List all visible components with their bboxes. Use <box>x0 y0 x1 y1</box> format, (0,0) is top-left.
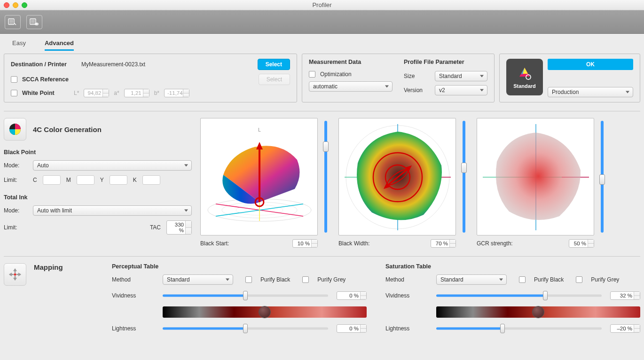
svg-text:L: L <box>258 127 261 133</box>
optimization-checkbox[interactable] <box>309 71 315 78</box>
optimization-label: Optimization <box>320 71 352 78</box>
y-label: Y <box>100 177 104 183</box>
gcr-slider[interactable] <box>598 118 606 235</box>
black-start-preview: L <box>200 118 318 235</box>
ok-button[interactable]: OK <box>548 59 633 70</box>
scca-checkbox[interactable] <box>11 76 17 83</box>
L-input[interactable]: 94,82 <box>84 89 109 97</box>
s-method-label: Method <box>385 276 428 283</box>
black-start-input[interactable]: 10 % <box>292 239 318 248</box>
b-label: b* <box>154 90 159 96</box>
perceptual-heading: Perceptual Table <box>112 263 367 270</box>
black-width-input[interactable]: 70 % <box>431 239 456 248</box>
saturation-heading: Saturation Table <box>385 263 640 270</box>
total-mode-label: Mode: <box>4 207 27 214</box>
total-limit-label: Limit: <box>4 224 27 231</box>
scca-select-button[interactable]: Select <box>259 74 290 85</box>
p-method-select[interactable]: Standard <box>163 274 233 285</box>
toolbar-edit-icon[interactable] <box>5 15 21 29</box>
s-purify-grey-checkbox[interactable] <box>576 276 582 283</box>
white-point-checkbox[interactable] <box>11 90 17 96</box>
tab-easy[interactable]: Easy <box>12 39 26 51</box>
p-hue-gradient[interactable] <box>163 306 367 318</box>
s-purify-black-label: Purify Black <box>534 276 564 283</box>
mapping-title: Mapping <box>34 263 63 271</box>
svg-point-38 <box>14 274 16 276</box>
window-title: Profiler <box>0 1 644 8</box>
s-vividness-label: Vividness <box>385 292 428 299</box>
b-input[interactable]: -11,74 <box>164 89 189 97</box>
perceptual-table: Perceptual Table Method Standard Purify … <box>112 263 367 333</box>
total-mode-select[interactable]: Auto with limit <box>33 205 192 216</box>
m-input[interactable] <box>77 175 94 185</box>
s-hue-gradient[interactable] <box>436 306 640 318</box>
profile-panel: Standard OK Production <box>499 54 640 102</box>
m-label: M <box>66 177 71 183</box>
black-width-slider[interactable] <box>460 118 468 235</box>
toolbar-preview-icon[interactable] <box>26 15 42 29</box>
destination-select-button[interactable]: Select <box>258 59 290 70</box>
4c-color-generation-section: 4C Color Generation Black Point Mode: Au… <box>4 118 640 248</box>
s-lightness-slider[interactable] <box>436 324 602 333</box>
version-select[interactable]: v2 <box>435 85 487 95</box>
total-ink-heading: Total Ink <box>4 194 192 201</box>
s-vividness-input[interactable]: 32 % <box>610 291 640 300</box>
toolbar <box>0 10 644 34</box>
p-purify-grey-label: Purify Grey <box>317 276 346 283</box>
black-point-heading: Black Point <box>4 149 192 156</box>
profile-file-param-heading: Profile File Parameter <box>404 59 487 65</box>
s-lightness-input[interactable]: –20 % <box>610 324 640 333</box>
s-purify-black-checkbox[interactable] <box>519 276 526 283</box>
s-vividness-slider[interactable] <box>436 291 602 300</box>
p-vividness-input[interactable]: 0 % <box>337 291 367 300</box>
tac-input[interactable]: 330 % <box>166 220 192 235</box>
gcr-preview <box>477 118 594 235</box>
s-method-select[interactable]: Standard <box>436 274 507 285</box>
p-lightness-input[interactable]: 0 % <box>337 324 367 333</box>
destination-heading: Destination / Printer <box>11 61 77 68</box>
p-lightness-label: Lightness <box>112 325 154 332</box>
c-input[interactable] <box>43 175 61 185</box>
a-input[interactable]: 1,21 <box>124 89 149 97</box>
y-input[interactable] <box>110 175 127 185</box>
profile-icon-label: Standard <box>513 83 536 89</box>
L-label: L* <box>74 90 79 96</box>
black-start-label: Black Start: <box>200 240 229 247</box>
measurement-heading: Measurement Data <box>309 59 393 65</box>
tab-advanced[interactable]: Advanced <box>45 39 74 51</box>
titlebar: Profiler <box>0 0 644 10</box>
destination-panel: Destination / Printer MyMeasurement-0023… <box>4 54 297 102</box>
black-mode-select[interactable]: Auto <box>33 160 192 171</box>
gcr-input[interactable]: 50 % <box>569 239 594 248</box>
s-purify-grey-label: Purify Grey <box>591 276 619 283</box>
version-label: Version <box>404 87 430 94</box>
p-purify-black-label: Purify Black <box>260 276 290 283</box>
mapping-icon <box>4 263 26 286</box>
mode-tabs: Easy Advanced <box>4 34 640 51</box>
p-lightness-slider[interactable] <box>163 324 328 333</box>
p-purify-grey-checkbox[interactable] <box>302 276 309 283</box>
measurement-panel: Measurement Data Optimization automatic … <box>302 54 495 102</box>
svg-marker-36 <box>9 273 12 276</box>
size-label: Size <box>404 73 430 79</box>
4c-title: 4C Color Generation <box>33 125 102 133</box>
scca-label: SCCA Reference <box>22 76 254 83</box>
p-purify-black-checkbox[interactable] <box>245 276 252 283</box>
svg-marker-34 <box>13 268 17 271</box>
svg-point-3 <box>36 23 37 24</box>
p-vividness-label: Vividness <box>112 292 154 299</box>
size-select[interactable]: Standard <box>435 71 487 81</box>
white-point-label: White Point <box>22 90 69 96</box>
c-label: C <box>33 177 37 183</box>
profile-mode-select[interactable]: Production <box>548 87 633 97</box>
svg-marker-37 <box>18 273 21 276</box>
profile-type-icon[interactable]: Standard <box>506 59 543 95</box>
k-input[interactable] <box>142 175 160 185</box>
optimization-select[interactable]: automatic <box>309 81 393 92</box>
p-method-label: Method <box>112 276 154 283</box>
black-start-slider[interactable] <box>322 118 330 235</box>
svg-marker-35 <box>13 278 17 281</box>
black-mode-label: Mode: <box>4 162 27 169</box>
saturation-table: Saturation Table Method Standard Purify … <box>385 263 640 333</box>
p-vividness-slider[interactable] <box>163 291 328 300</box>
